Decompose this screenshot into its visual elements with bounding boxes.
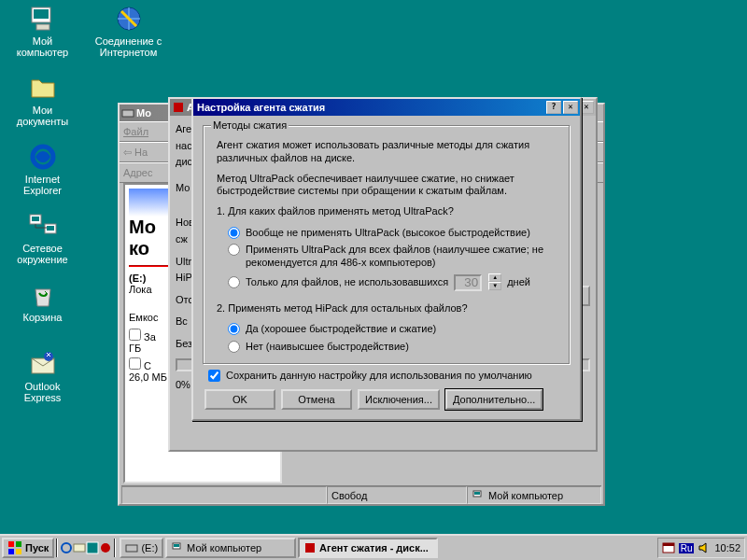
methods-groupbox: Методы сжатия Агент сжатия может использ… <box>203 125 571 365</box>
desktop-icon-internet-connection[interactable]: Соединение с Интернетом <box>93 4 163 58</box>
desktop-icon-label: Соединение с Интернетом <box>95 35 162 58</box>
svg-rect-16 <box>16 541 21 547</box>
desktop-icon-recycle-bin[interactable]: Корзина <box>7 280 78 323</box>
svg-rect-25 <box>174 544 179 547</box>
dialog-title: Настройка агента сжатия <box>195 102 544 113</box>
svg-rect-26 <box>305 543 315 553</box>
taskbar: Пуск (E:) Мой компьютер Агент сжатия - д… <box>0 534 747 560</box>
svg-rect-23 <box>126 545 137 552</box>
windows-logo-icon <box>7 540 22 555</box>
computer-icon <box>472 489 485 502</box>
start-button[interactable]: Пуск <box>2 538 54 558</box>
svg-rect-8 <box>47 226 54 231</box>
svg-rect-21 <box>87 542 98 553</box>
task-button-my-computer[interactable]: Мой компьютер <box>165 538 296 558</box>
free-check[interactable] <box>129 357 141 370</box>
clock[interactable]: 10:52 <box>714 542 740 553</box>
svg-rect-28 <box>663 543 674 546</box>
quicklaunch-outlook-icon[interactable] <box>73 541 86 554</box>
used-check[interactable] <box>129 329 141 341</box>
svg-rect-15 <box>8 541 14 547</box>
radio-ultrapack-unused[interactable]: Только для файлов, не использовавшихся ▲… <box>228 273 545 291</box>
quicklaunch-channels-icon[interactable] <box>99 541 112 554</box>
task-button-e-drive[interactable]: (E:) <box>120 538 163 558</box>
desktop-icon-label: Мои документы <box>17 105 69 127</box>
svg-rect-11 <box>122 110 134 117</box>
svg-rect-2 <box>36 24 49 30</box>
task-button-compression-agent[interactable]: Агент сжатия - диск... <box>298 538 438 558</box>
cancel-button[interactable]: Отмена <box>281 389 352 410</box>
back-button[interactable]: ⇦ На <box>123 147 148 159</box>
days-input <box>454 274 482 291</box>
desktop-icon-label: Мой компьютер <box>17 35 68 58</box>
advanced-button[interactable]: Дополнительно... <box>445 389 543 410</box>
agent-icon <box>303 541 317 554</box>
desktop-icon-label: Internet Explorer <box>23 174 62 196</box>
groupbox-title: Методы сжатия <box>211 119 289 131</box>
spin-down-button[interactable]: ▼ <box>488 282 501 290</box>
desktop-icon-label: Outlook Express <box>24 381 62 403</box>
desktop-icon-my-computer[interactable]: Мой компьютер <box>7 4 78 58</box>
compression-settings-dialog: Настройка агента сжатия ? ✕ Методы сжати… <box>191 97 582 421</box>
intro-text-1: Агент сжатия может использовать различны… <box>217 139 557 165</box>
svg-rect-18 <box>16 549 21 554</box>
svg-rect-17 <box>8 549 14 554</box>
svg-rect-13 <box>474 492 480 495</box>
radio-hipack-yes[interactable]: Да (хорошее быстродействие и сжатие) <box>228 322 545 335</box>
tray-scheduler-icon[interactable] <box>662 541 675 554</box>
desktop-icon-network[interactable]: Сетевое окружение <box>7 211 78 265</box>
spin-up-button[interactable]: ▲ <box>488 273 501 282</box>
computer-icon <box>171 541 184 554</box>
svg-rect-14 <box>174 103 183 112</box>
tray-volume-icon[interactable] <box>698 541 711 554</box>
drive-icon <box>121 106 134 119</box>
svg-rect-1 <box>34 9 49 19</box>
system-tray: Ru 10:52 <box>657 538 745 558</box>
radio-ultrapack-all[interactable]: Применять UltraPack для всех файлов (наи… <box>228 243 545 270</box>
ok-button[interactable]: OK <box>204 389 275 410</box>
explorer-statusbar: Свобод Мой компьютер <box>121 485 601 504</box>
quicklaunch-desktop-icon[interactable] <box>86 541 99 554</box>
quicklaunch-ie-icon[interactable] <box>60 541 73 554</box>
desktop-icon-ie[interactable]: Internet Explorer <box>7 142 78 196</box>
svg-point-19 <box>62 543 71 553</box>
radio-hipack-no[interactable]: Нет (наивысшее быстродействие) <box>228 340 545 353</box>
save-default-checkbox[interactable]: Сохранить данную настройку для использов… <box>208 369 557 382</box>
close-button[interactable]: ✕ <box>563 101 578 114</box>
dialog-titlebar[interactable]: Настройка агента сжатия ? ✕ <box>193 99 580 116</box>
svg-rect-6 <box>32 217 39 221</box>
language-indicator[interactable]: Ru <box>679 543 695 553</box>
svg-point-10 <box>44 352 53 361</box>
desktop-icon-outlook[interactable]: Outlook Express <box>7 349 78 403</box>
question-2: 2. Применять метод HiPack для остальных … <box>217 302 557 315</box>
drive-icon <box>125 541 138 554</box>
desktop-icon-label: Сетевое окружение <box>17 243 67 265</box>
question-1: 1. Для каких файлов применять метод Ultr… <box>217 205 557 218</box>
help-button[interactable]: ? <box>546 101 561 114</box>
exceptions-button[interactable]: Исключения... <box>358 389 440 410</box>
radio-ultrapack-none[interactable]: Вообще не применять UltraPack (высокое б… <box>228 226 545 239</box>
desktop-icon-label: Корзина <box>23 312 63 323</box>
agent-icon <box>172 101 185 114</box>
intro-text-2: Метод UltraPack обеспечивает наилучшее с… <box>217 173 557 199</box>
desktop-icon-my-documents[interactable]: Мои документы <box>7 73 78 127</box>
svg-point-22 <box>101 543 110 553</box>
svg-rect-20 <box>74 544 85 552</box>
